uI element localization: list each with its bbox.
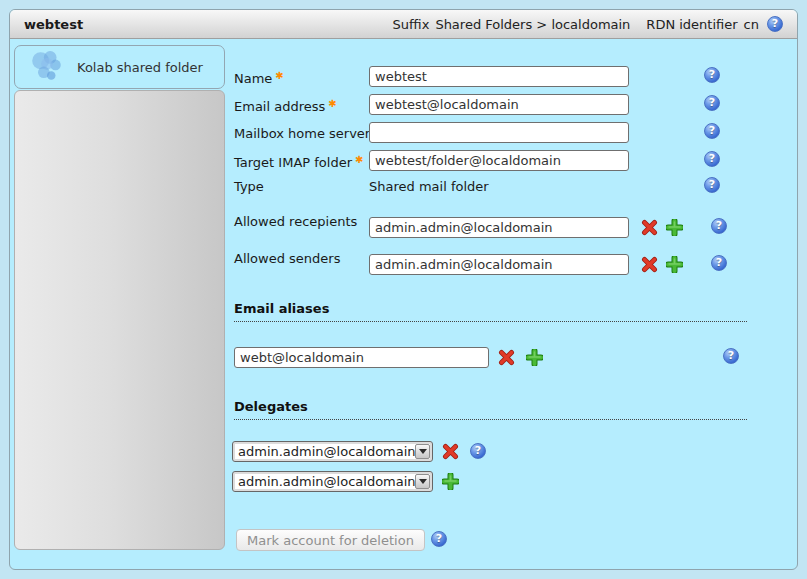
help-icon[interactable]: ? — [704, 177, 720, 193]
target-imap-folder-input[interactable] — [369, 150, 629, 171]
kolab-icon — [29, 49, 65, 85]
field-label-target-imap-folder: Target IMAP folder✱ — [234, 154, 363, 170]
section-title-email-aliases: Email aliases — [234, 301, 747, 322]
delete-icon[interactable] — [641, 219, 658, 236]
delete-icon[interactable] — [641, 256, 658, 273]
delegate-select-value: admin.admin@localdomain — [233, 474, 415, 489]
field-label-email-address: Email address✱ — [234, 98, 337, 114]
page-title: webtest — [24, 17, 83, 32]
required-marker: ✱ — [328, 98, 336, 109]
allowed-recepients-input[interactable] — [369, 217, 629, 238]
chevron-down-icon — [415, 474, 430, 489]
field-label-name: Name✱ — [234, 70, 284, 86]
name-input[interactable] — [369, 66, 629, 87]
main-panel: webtest Suffix Shared Folders > localdom… — [9, 9, 798, 570]
help-icon[interactable]: ? — [704, 151, 720, 167]
type-value: Shared mail folder — [369, 179, 489, 194]
help-icon[interactable]: ? — [723, 348, 739, 364]
help-icon[interactable]: ? — [767, 16, 783, 32]
mailbox-home-server-input[interactable] — [369, 122, 629, 143]
required-marker: ✱ — [275, 70, 283, 81]
sidebar-panel — [14, 90, 225, 550]
allowed-senders-input[interactable] — [369, 254, 629, 275]
header-breadcrumb: Suffix Shared Folders > localdomain RDN … — [393, 16, 783, 32]
required-marker: ✱ — [355, 154, 363, 165]
field-label-allowed-recepients: Allowed recepients — [234, 214, 357, 229]
header-bar: webtest Suffix Shared Folders > localdom… — [10, 10, 797, 39]
email-address-input[interactable] — [369, 94, 629, 115]
delegate-select-value: admin.admin@localdomain — [233, 444, 415, 459]
field-label-allowed-senders: Allowed senders — [234, 251, 340, 266]
suffix-label: Suffix — [393, 17, 430, 32]
section-title-delegates: Delegates — [234, 399, 747, 420]
field-label-mailbox-home-server: Mailbox home server — [234, 126, 370, 141]
add-icon[interactable] — [666, 219, 683, 236]
help-icon[interactable]: ? — [704, 67, 720, 83]
help-icon[interactable]: ? — [470, 443, 486, 459]
rdn-identifier-label: RDN identifier — [646, 17, 737, 32]
delegate-select[interactable]: admin.admin@localdomain — [232, 441, 433, 462]
help-icon[interactable]: ? — [711, 255, 727, 271]
tab-label: Kolab shared folder — [77, 60, 203, 75]
chevron-down-icon — [415, 444, 430, 459]
tab-kolab-shared-folder[interactable]: Kolab shared folder — [14, 45, 225, 89]
delegate-select[interactable]: admin.admin@localdomain — [232, 471, 433, 492]
add-icon[interactable] — [526, 349, 543, 366]
field-label-type: Type — [234, 179, 264, 194]
sidebar: Kolab shared folder — [14, 45, 225, 551]
help-icon[interactable]: ? — [704, 95, 720, 111]
rdn-identifier-value: cn — [744, 17, 759, 32]
add-icon[interactable] — [666, 256, 683, 273]
add-icon[interactable] — [442, 473, 459, 490]
help-icon[interactable]: ? — [711, 218, 727, 234]
help-icon[interactable]: ? — [704, 123, 720, 139]
help-icon[interactable]: ? — [431, 531, 447, 547]
suffix-value: Shared Folders > localdomain — [435, 17, 630, 32]
mark-account-for-deletion-button[interactable]: Mark account for deletion — [236, 529, 425, 551]
delete-icon[interactable] — [498, 349, 515, 366]
email-alias-input[interactable] — [234, 347, 489, 368]
delete-icon[interactable] — [442, 443, 459, 460]
